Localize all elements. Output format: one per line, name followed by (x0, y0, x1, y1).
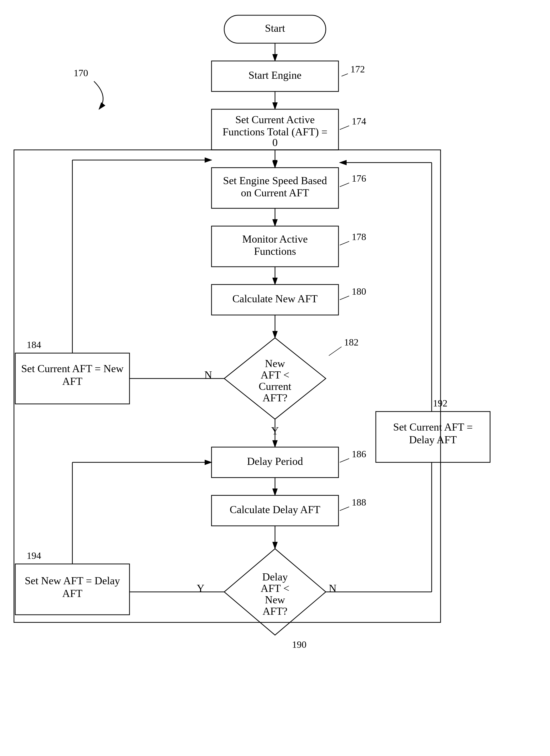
svg-line-10 (340, 296, 349, 300)
label-170: 170 (74, 68, 88, 78)
svg-line-2 (341, 74, 348, 76)
ref-194: 194 (27, 550, 41, 561)
ref-174: 174 (352, 116, 366, 127)
delay-period-label: Delay Period (247, 455, 303, 467)
set-current-aft-delay-line2: Delay AFT (409, 434, 457, 446)
set-new-aft-delay-line2: AFT (62, 588, 82, 599)
set-new-aft-delay-line1: Set New AFT = Delay (25, 575, 120, 587)
set-current-aft-line3: 0 (273, 137, 278, 148)
monitor-active-line2: Functions (254, 245, 296, 257)
svg-line-8 (340, 241, 349, 245)
ref-186: 186 (352, 449, 366, 459)
diamond-190-line1: Delay (262, 571, 288, 583)
calculate-delay-aft-label: Calculate Delay AFT (230, 504, 320, 515)
n-label-182: N (205, 369, 212, 381)
set-current-aft-new-line1: Set Current AFT = New (21, 363, 124, 374)
set-engine-speed-line1: Set Engine Speed Based (223, 175, 327, 186)
diamond-190-line4: AFT? (263, 605, 287, 617)
set-current-aft-line1: Set Current Active (236, 114, 315, 125)
ref-190: 190 (292, 639, 306, 650)
ref-176: 176 (352, 173, 366, 184)
svg-marker-31 (273, 160, 277, 164)
start-engine-label: Start Engine (249, 69, 302, 81)
set-current-aft-line2: Functions Total (AFT) = (223, 126, 327, 138)
svg-line-19 (340, 459, 349, 462)
set-current-aft-new-line2: AFT (62, 375, 82, 387)
svg-line-21 (340, 507, 349, 511)
set-engine-speed-line2: on Current AFT (241, 187, 309, 199)
monitor-active-line1: Monitor Active (242, 233, 308, 245)
diamond-182-line2: AFT < (261, 369, 289, 381)
diamond-182-line4: AFT? (263, 392, 287, 404)
n-label-190: N (329, 582, 336, 594)
flowchart-diagram: Start Start Engine 172 Set Current Activ… (0, 0, 550, 756)
set-current-aft-delay-line1: Set Current AFT = (393, 421, 473, 433)
calculate-new-aft-label: Calculate New AFT (232, 293, 318, 305)
ref-178: 178 (352, 231, 366, 242)
ref-172: 172 (350, 64, 365, 74)
diamond-190-line2: AFT < (261, 582, 289, 594)
svg-line-4 (340, 126, 349, 130)
ref-180: 180 (352, 286, 366, 297)
y-label-190: Y (197, 582, 205, 594)
diamond-182-line1: New (265, 358, 285, 369)
ref-188: 188 (352, 497, 366, 508)
diamond-190-line3: New (265, 594, 285, 606)
diamond-182-line3: Current (259, 381, 291, 392)
ref-184: 184 (27, 339, 41, 350)
svg-line-6 (340, 183, 349, 187)
svg-line-12 (329, 347, 341, 356)
start-label: Start (265, 22, 285, 34)
ref-182: 182 (344, 337, 358, 348)
